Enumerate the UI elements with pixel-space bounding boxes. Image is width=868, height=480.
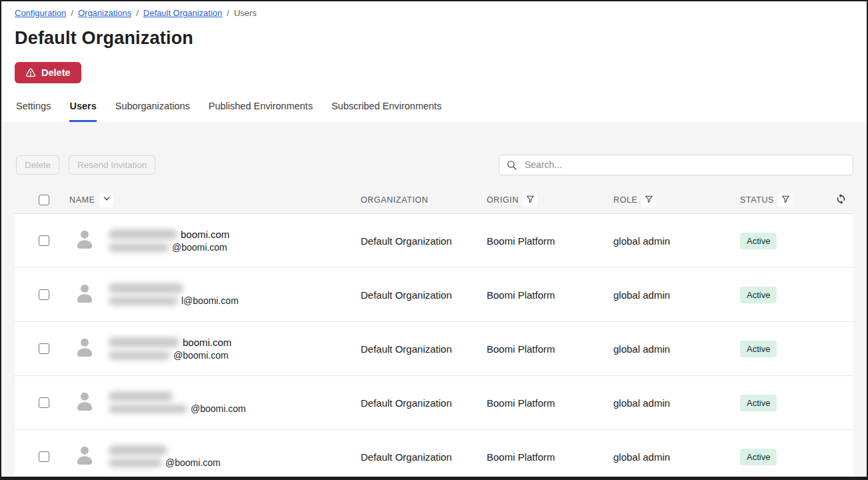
header-origin: ORIGIN: [487, 193, 613, 207]
header-name-label: NAME: [69, 195, 95, 205]
organization-cell: Default Organization: [361, 235, 487, 247]
filter-icon: [526, 195, 535, 205]
organization-cell: Default Organization: [361, 289, 487, 301]
status-filter-button[interactable]: [778, 193, 793, 207]
page-title: Default Organization: [15, 28, 853, 49]
organization-cell: Default Organization: [361, 451, 487, 463]
user-email: @boomi.com: [109, 350, 231, 361]
avatar-person-icon: [72, 389, 97, 417]
delete-button-label: Delete: [41, 67, 71, 78]
app-window: Configuration/Organizations/Default Orga…: [0, 0, 868, 480]
user-email-visible: l@boomi.com: [181, 295, 239, 306]
header-organization: ORGANIZATION: [361, 195, 487, 205]
name-lines: l@boomi.com: [109, 283, 239, 306]
tab-users[interactable]: Users: [69, 101, 96, 122]
header-checkbox-cell: [15, 195, 61, 205]
header-origin-label: ORIGIN: [487, 195, 519, 205]
tab-subscribed-environments[interactable]: Subscribed Environments: [331, 101, 441, 122]
row-checkbox-cell: [15, 235, 61, 246]
user-name: [109, 283, 239, 293]
header-role: ROLE: [613, 193, 740, 207]
header-refresh-cell: [833, 193, 853, 207]
table-row[interactable]: boomi.com @boomi.com Default Organizatio…: [15, 322, 853, 376]
tab-suborganizations[interactable]: Suborganizations: [115, 101, 190, 122]
role-cell: global admin: [613, 289, 740, 301]
header-status-label: STATUS: [740, 195, 774, 205]
table-toolbar: Delete Resend Invitation: [15, 154, 853, 175]
delete-users-button[interactable]: Delete: [16, 155, 59, 175]
row-checkbox[interactable]: [39, 397, 49, 408]
table-header-row: NAME ORGANIZATION ORIGIN: [15, 186, 853, 214]
user-email: @boomi.com: [109, 403, 246, 414]
organization-cell: Default Organization: [361, 343, 487, 355]
name-lines: @boomi.com: [109, 445, 221, 468]
role-filter-button[interactable]: [641, 193, 656, 207]
table-body: boomi.com @boomi.com Default Organizatio…: [15, 214, 853, 477]
user-name-visible: boomi.com: [183, 337, 231, 348]
row-checkbox[interactable]: [39, 343, 49, 354]
user-email-visible: @boomi.com: [165, 457, 221, 468]
breadcrumb-separator: /: [71, 8, 73, 18]
avatar-person-icon: [72, 227, 97, 255]
role-cell: global admin: [613, 451, 740, 463]
origin-cell: Boomi Platform: [487, 343, 613, 355]
name-redacted-blur: [109, 283, 183, 293]
header-organization-label: ORGANIZATION: [361, 195, 428, 205]
table-row[interactable]: boomi.com @boomi.com Default Organizatio…: [15, 214, 853, 268]
origin-filter-button[interactable]: [523, 193, 537, 207]
select-all-checkbox[interactable]: [39, 195, 49, 205]
user-cell: boomi.com @boomi.com: [61, 335, 361, 363]
search-box: [499, 155, 853, 175]
breadcrumb-link-organizations[interactable]: Organizations: [78, 8, 131, 18]
user-name: boomi.com: [109, 229, 229, 240]
users-table: NAME ORGANIZATION ORIGIN: [15, 186, 853, 477]
tab-published-environments[interactable]: Published Environments: [209, 101, 313, 122]
user-email-visible: @boomi.com: [173, 350, 229, 361]
refresh-button[interactable]: [833, 193, 848, 207]
header-role-label: ROLE: [613, 195, 637, 205]
row-checkbox-cell: [15, 397, 61, 408]
user-email-visible: @boomi.com: [191, 403, 246, 414]
row-checkbox-cell: [15, 343, 61, 354]
status-cell: Active: [740, 287, 833, 303]
filter-icon: [645, 195, 653, 205]
status-cell: Active: [740, 341, 833, 357]
email-redacted-blur: [109, 243, 169, 252]
row-checkbox-cell: [15, 289, 61, 300]
search-input[interactable]: [499, 155, 853, 175]
breadcrumb: Configuration/Organizations/Default Orga…: [15, 8, 853, 18]
status-badge: Active: [740, 341, 777, 357]
resend-invitation-button[interactable]: Resend Invitation: [69, 155, 155, 175]
name-lines: boomi.com @boomi.com: [109, 229, 229, 253]
breadcrumb-link-default-organization[interactable]: Default Organization: [143, 8, 223, 18]
origin-cell: Boomi Platform: [487, 451, 613, 463]
row-checkbox[interactable]: [39, 289, 49, 300]
row-checkbox[interactable]: [39, 235, 49, 246]
tab-settings[interactable]: Settings: [16, 101, 51, 122]
name-redacted-blur: [109, 229, 177, 239]
user-email: @boomi.com: [109, 242, 229, 253]
row-checkbox-cell: [15, 451, 61, 462]
table-row[interactable]: l@boomi.com Default Organization Boomi P…: [15, 268, 853, 322]
role-cell: global admin: [613, 235, 740, 247]
avatar-person-icon: [72, 335, 97, 363]
origin-cell: Boomi Platform: [487, 235, 613, 247]
breadcrumb-separator: /: [136, 8, 139, 18]
role-cell: global admin: [613, 343, 740, 355]
user-name: [109, 391, 246, 401]
user-name: boomi.com: [109, 337, 231, 348]
table-row[interactable]: @boomi.com Default Organization Boomi Pl…: [15, 430, 853, 477]
status-badge: Active: [740, 395, 777, 411]
user-name-visible: boomi.com: [181, 229, 229, 240]
delete-organization-button[interactable]: Delete: [15, 62, 81, 83]
role-cell: global admin: [613, 397, 740, 409]
user-cell: l@boomi.com: [61, 281, 361, 309]
table-row[interactable]: @boomi.com Default Organization Boomi Pl…: [15, 376, 853, 430]
row-checkbox[interactable]: [39, 451, 49, 462]
name-sort-button[interactable]: [99, 193, 114, 207]
user-email: l@boomi.com: [109, 295, 239, 306]
breadcrumb-link-configuration[interactable]: Configuration: [15, 8, 66, 18]
name-redacted-blur: [109, 337, 179, 347]
email-redacted-blur: [109, 459, 162, 467]
status-cell: Active: [740, 449, 833, 465]
